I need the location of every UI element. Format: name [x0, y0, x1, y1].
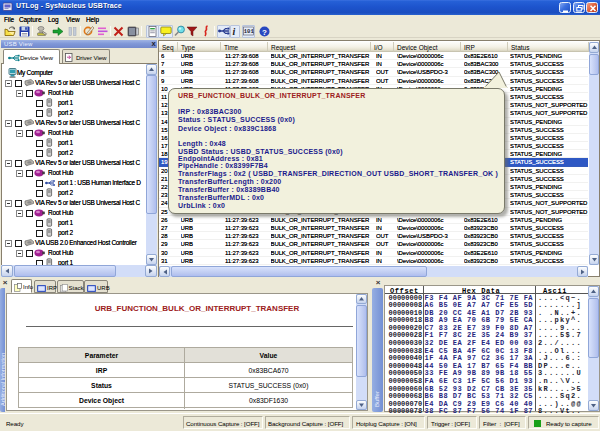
svg-text:101: 101 — [244, 28, 254, 35]
svg-text:?: ? — [262, 28, 267, 37]
